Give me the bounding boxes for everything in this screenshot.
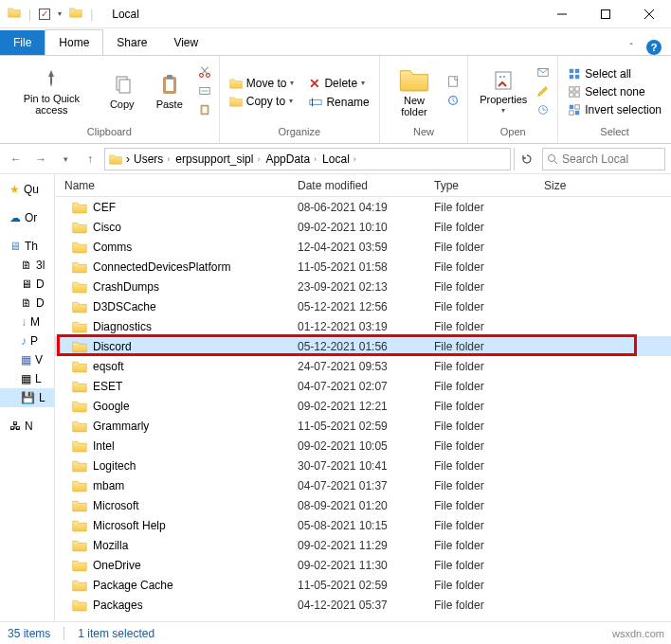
sidebar-item-onedrive[interactable]: ☁Or — [0, 208, 54, 227]
table-row[interactable]: ESET04-07-2021 02:07File folder — [55, 376, 671, 396]
svg-rect-21 — [496, 72, 511, 89]
sidebar-item[interactable]: ♪P — [0, 331, 54, 350]
svg-line-39 — [554, 161, 557, 164]
minimize-button[interactable] — [540, 0, 584, 28]
sidebar-item[interactable]: 🖥D — [0, 275, 54, 294]
table-row[interactable]: Microsoft08-09-2021 01:20File folder — [55, 495, 671, 515]
ribbon: Pin to Quick access Copy Paste Clipboard… — [0, 55, 671, 144]
tab-share[interactable]: Share — [103, 30, 160, 55]
table-row[interactable]: ConnectedDevicesPlatform11-05-2021 01:58… — [55, 257, 671, 277]
qat-divider: | — [90, 8, 93, 21]
table-row[interactable]: Logitech30-07-2021 10:41File folder — [55, 456, 671, 475]
table-row[interactable]: Comms12-04-2021 03:59File folder — [55, 237, 671, 257]
search-input[interactable]: Search Local — [542, 148, 665, 170]
qat-divider: | — [28, 8, 31, 21]
invert-selection-button[interactable]: Invert selection — [566, 102, 663, 117]
table-row[interactable]: Mozilla09-02-2021 11:29File folder — [55, 535, 671, 555]
table-row[interactable]: Microsoft Help05-08-2021 10:15File folde… — [55, 515, 671, 535]
table-row[interactable]: mbam04-07-2021 01:37File folder — [55, 475, 671, 495]
svg-point-9 — [199, 73, 203, 77]
svg-rect-28 — [570, 75, 573, 79]
new-folder-button[interactable]: New folder — [388, 64, 441, 119]
table-row[interactable]: Cisco09-02-2021 10:10File folder — [55, 217, 671, 237]
column-date[interactable]: Date modified — [298, 179, 434, 192]
table-row[interactable]: Discord05-12-2021 01:56File folder — [55, 336, 671, 356]
column-name[interactable]: Name — [55, 179, 298, 192]
paste-button[interactable]: Paste — [149, 72, 190, 112]
refresh-button[interactable] — [514, 148, 538, 170]
title-bar: | ✓ ▾ | Local — [0, 0, 671, 28]
tab-file[interactable]: File — [0, 30, 45, 55]
navigation-pane[interactable]: ★Qu ☁Or 🖥Th 🗎3l 🖥D 🗎D ↓M ♪P ▦V ▦L 💾L 🖧N — [0, 174, 55, 621]
table-row[interactable]: Packages04-12-2021 05:37File folder — [55, 595, 671, 615]
select-none-button[interactable]: Select none — [566, 84, 663, 99]
column-headers[interactable]: Name Date modified Type Size — [55, 174, 671, 197]
sidebar-item[interactable]: 🗎D — [0, 294, 54, 313]
rename-button[interactable]: Rename — [307, 95, 371, 110]
window-title: Local — [106, 8, 145, 21]
help-icon[interactable]: ? — [646, 40, 662, 55]
status-item-count: 35 items — [8, 627, 50, 640]
svg-rect-27 — [575, 69, 579, 73]
breadcrumb[interactable]: › Users› erpsupport_sipl› AppData› Local… — [104, 148, 511, 170]
sidebar-item-network[interactable]: 🖧N — [0, 417, 54, 436]
sidebar-item[interactable]: ↓M — [0, 313, 54, 331]
table-row[interactable]: CEF08-06-2021 04:19File folder — [55, 197, 671, 217]
svg-line-12 — [201, 66, 207, 73]
status-selection: 1 item selected — [78, 627, 154, 640]
new-item-icon[interactable] — [446, 75, 460, 91]
table-row[interactable]: Intel09-02-2021 10:05File folder — [55, 436, 671, 456]
table-row[interactable]: OneDrive09-02-2021 11:30File folder — [55, 555, 671, 575]
tab-view[interactable]: View — [160, 30, 211, 55]
sidebar-item[interactable]: ▦L — [0, 369, 54, 388]
recent-locations-button[interactable]: ▾ — [55, 149, 76, 170]
svg-rect-17 — [310, 99, 321, 104]
history-icon[interactable] — [536, 103, 550, 119]
table-row[interactable]: Google09-02-2021 12:21File folder — [55, 396, 671, 416]
copy-path-icon[interactable] — [198, 84, 211, 100]
table-row[interactable]: eqsoft24-07-2021 09:53File folder — [55, 356, 671, 376]
open-icon[interactable] — [536, 65, 550, 81]
copy-to-button[interactable]: Copy to▾ — [227, 94, 297, 109]
maximize-button[interactable] — [584, 0, 627, 28]
table-row[interactable]: Grammarly11-05-2021 02:59File folder — [55, 416, 671, 436]
delete-button[interactable]: ✕Delete▾ — [307, 75, 371, 92]
minimize-ribbon-icon[interactable]: ˆ — [629, 42, 633, 53]
table-row[interactable]: Diagnostics01-12-2021 03:19File folder — [55, 316, 671, 336]
edit-icon[interactable] — [536, 84, 550, 100]
table-row[interactable]: CrashDumps23-09-2021 02:13File folder — [55, 277, 671, 296]
svg-point-10 — [206, 73, 209, 77]
column-size[interactable]: Size — [544, 179, 610, 192]
move-to-button[interactable]: Move to▾ — [227, 76, 297, 91]
pin-to-quick-access-button[interactable]: Pin to Quick access — [8, 66, 96, 117]
paste-shortcut-icon[interactable] — [198, 103, 211, 119]
sidebar-item-quick-access[interactable]: ★Qu — [0, 180, 54, 199]
copy-button[interactable]: Copy — [101, 72, 143, 112]
select-all-button[interactable]: Select all — [566, 66, 663, 81]
close-button[interactable] — [627, 0, 671, 28]
sidebar-item[interactable]: ▦V — [0, 350, 54, 369]
svg-rect-26 — [570, 69, 573, 73]
svg-point-23 — [503, 76, 505, 78]
up-button[interactable]: ↑ — [80, 149, 100, 170]
svg-rect-33 — [575, 93, 579, 97]
easy-access-icon[interactable] — [446, 94, 460, 110]
sidebar-item-local[interactable]: 💾L — [0, 388, 54, 407]
table-row[interactable]: Package Cache11-05-2021 02:59File folder — [55, 575, 671, 595]
table-row[interactable]: D3DSCache05-12-2021 12:56File folder — [55, 296, 671, 316]
properties-button[interactable]: Properties ▾ — [476, 67, 531, 117]
sidebar-item[interactable]: 🗎3l — [0, 256, 54, 275]
svg-rect-34 — [570, 105, 573, 109]
forward-button[interactable]: → — [30, 149, 51, 170]
column-type[interactable]: Type — [434, 179, 544, 192]
search-icon — [547, 153, 558, 165]
qat-dropdown-icon[interactable]: ▾ — [58, 9, 62, 18]
svg-point-38 — [549, 154, 555, 161]
checkbox-qat-icon[interactable]: ✓ — [39, 9, 50, 20]
sidebar-item-this-pc[interactable]: 🖥Th — [0, 237, 54, 256]
svg-rect-8 — [167, 75, 172, 79]
back-button[interactable]: ← — [6, 149, 27, 170]
cut-icon[interactable] — [198, 65, 211, 81]
folder-qat-icon[interactable] — [8, 6, 21, 22]
tab-home[interactable]: Home — [45, 29, 103, 55]
